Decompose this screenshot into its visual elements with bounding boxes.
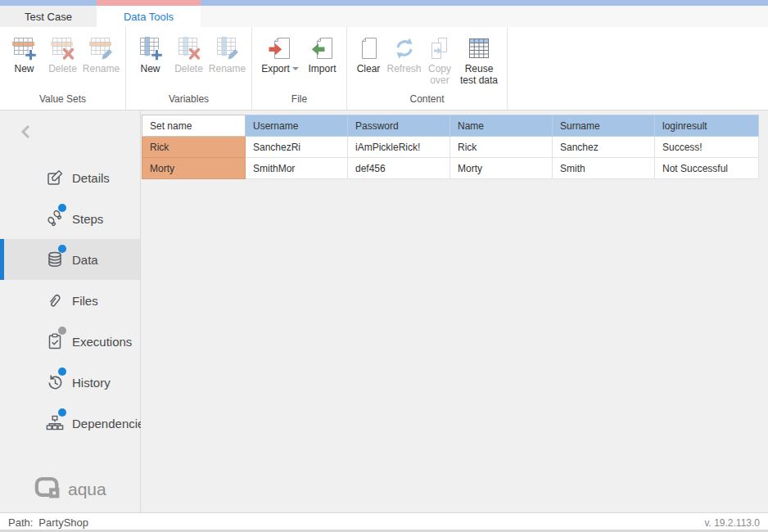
edit-icon: [46, 169, 64, 187]
cell-username[interactable]: SmithMor: [246, 158, 348, 179]
button-label: New: [140, 63, 160, 74]
table-row: Rick SanchezRi iAmPickleRick! Rick Sanch…: [142, 137, 759, 158]
cell-surname[interactable]: Sanchez: [553, 137, 655, 158]
button-label: Clear: [357, 63, 381, 74]
history-icon: [46, 373, 64, 391]
table-column-rename-icon: [215, 34, 241, 63]
ribbon-tabs: Test Case Data Tools: [0, 6, 768, 27]
column-header-password[interactable]: Password: [348, 115, 450, 137]
valuesets-new-button[interactable]: New: [5, 29, 43, 74]
tab-data-tools[interactable]: Data Tools: [97, 6, 201, 27]
tab-test-case[interactable]: Test Case: [0, 6, 97, 27]
import-icon: [310, 34, 335, 63]
table-column-add-icon: [138, 34, 164, 63]
clear-page-icon: [357, 34, 380, 63]
main-content: Set name Username Password Name Surname …: [141, 110, 768, 512]
clipboard-check-icon: [46, 332, 64, 350]
dropdown-caret-icon: [292, 67, 299, 70]
app-window: Test Case Data Tools: [0, 0, 768, 532]
status-bar: Path: PartyShop v. 19.2.113.0: [0, 512, 768, 532]
ribbon-group-file: Export Import File: [252, 27, 347, 110]
cell-surname[interactable]: Smith: [553, 158, 655, 179]
path-label: Path:: [8, 516, 33, 529]
table-column-delete-icon: [176, 34, 202, 63]
paperclip-icon: [46, 291, 64, 309]
column-header-name[interactable]: Name: [450, 115, 553, 137]
active-tab-accent: [97, 0, 201, 6]
sidebar-item-data[interactable]: Data: [0, 239, 140, 280]
ribbon-group-content: Clear Refresh: [347, 27, 508, 110]
import-button[interactable]: Import: [303, 29, 341, 74]
button-label: Copy over: [423, 63, 456, 87]
sidebar-item-label: Executions: [0, 335, 132, 349]
refresh-icon: [392, 34, 417, 63]
sidebar-item-steps[interactable]: Steps: [0, 198, 140, 239]
path-value: PartyShop: [38, 516, 88, 529]
reuse-test-data-button[interactable]: Reuse test data: [456, 29, 502, 87]
sidebar-item-dependencies[interactable]: Dependencies: [0, 403, 140, 444]
ribbon-group-value-sets: New: [0, 27, 126, 110]
clear-button[interactable]: Clear: [352, 29, 385, 74]
cell-set-name[interactable]: Morty: [142, 158, 246, 179]
table-row-delete-icon: [50, 34, 76, 63]
column-header-surname[interactable]: Surname: [553, 115, 655, 137]
cell-name[interactable]: Rick: [450, 137, 553, 158]
table-header-row: Set name Username Password Name Surname …: [142, 115, 759, 137]
ribbon: New: [0, 27, 768, 110]
sidebar-item-label: Dependencies: [0, 417, 151, 431]
cell-password[interactable]: iAmPickleRick!: [348, 137, 450, 158]
version-text: v. 19.2.113.0: [704, 517, 760, 529]
button-label: Import: [308, 63, 336, 74]
button-label: Rename: [83, 63, 120, 74]
ribbon-group-variables: New: [126, 27, 252, 110]
group-label-file: File: [257, 91, 341, 110]
window-accent-strip: [0, 0, 768, 6]
hierarchy-icon: [46, 414, 64, 432]
table-row-add-icon: [11, 34, 38, 63]
steps-icon: [46, 210, 64, 228]
database-icon: [46, 250, 64, 268]
button-label: New: [14, 63, 34, 74]
variables-new-button[interactable]: New: [131, 29, 169, 74]
variables-rename-button: Rename: [208, 29, 246, 74]
reuse-table-icon: [467, 34, 491, 63]
cell-password[interactable]: def456: [348, 158, 450, 179]
sidebar-nav: Details Steps: [0, 157, 140, 444]
column-header-username[interactable]: Username: [246, 115, 348, 137]
aqua-logo: aqua: [34, 476, 106, 503]
group-label-variables: Variables: [131, 91, 246, 110]
valuesets-delete-button: Delete: [43, 29, 82, 74]
button-label: Delete: [174, 63, 203, 74]
group-label-value-sets: Value Sets: [5, 91, 120, 110]
copy-over-icon: [427, 34, 452, 63]
sidebar: Details Steps: [0, 110, 141, 512]
button-label: Delete: [48, 63, 77, 74]
button-label: Export: [261, 63, 290, 74]
table-row-rename-icon: [88, 34, 115, 63]
sidebar-item-executions[interactable]: Executions: [0, 321, 140, 362]
button-label: Refresh: [386, 63, 421, 74]
column-header-loginresult[interactable]: loginresult: [655, 115, 759, 137]
cell-set-name[interactable]: Rick: [142, 137, 246, 158]
cell-name[interactable]: Morty: [450, 158, 553, 179]
sidebar-item-files[interactable]: Files: [0, 280, 140, 321]
sidebar-item-history[interactable]: History: [0, 362, 140, 403]
group-label-content: Content: [352, 91, 502, 110]
column-header-set-name[interactable]: Set name: [142, 115, 246, 137]
back-button[interactable]: [19, 124, 34, 143]
copy-over-button: Copy over: [423, 29, 456, 87]
sidebar-item-details[interactable]: Details: [0, 157, 140, 198]
cell-username[interactable]: SanchezRi: [246, 137, 348, 158]
refresh-button: Refresh: [385, 29, 423, 74]
valuesets-rename-button: Rename: [82, 29, 120, 74]
export-icon: [268, 34, 292, 63]
button-label: Reuse test data: [456, 63, 502, 87]
aqua-logo-icon: [34, 476, 61, 503]
cell-loginresult[interactable]: Not Successful: [655, 158, 759, 179]
aqua-logo-text: aqua: [68, 480, 106, 499]
table-row: Morty SmithMor def456 Morty Smith Not Su…: [142, 158, 759, 179]
value-set-table: Set name Username Password Name Surname …: [142, 115, 759, 179]
button-label: Rename: [209, 63, 246, 74]
cell-loginresult[interactable]: Success!: [655, 137, 759, 158]
export-button[interactable]: Export: [257, 29, 303, 74]
